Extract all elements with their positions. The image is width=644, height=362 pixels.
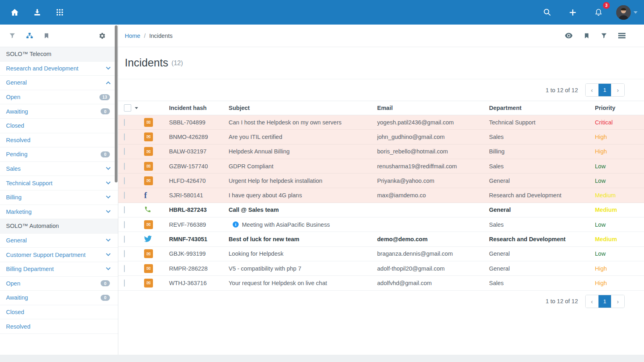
table-row[interactable]: ✉ f SJRI-580141 i I have query about 4G … xyxy=(118,188,644,203)
column-incident-hash[interactable]: Incident hash xyxy=(169,105,229,111)
add-button[interactable] xyxy=(565,4,581,21)
count-badge: 0 xyxy=(101,108,110,114)
sidebar-item[interactable]: Sales xyxy=(0,162,118,176)
subject-cell: i Looking for Helpdesk xyxy=(229,250,377,257)
sidebar-item[interactable]: Resolved xyxy=(0,133,118,148)
incident-hash-cell: BALW-032197 xyxy=(169,148,229,155)
row-checkbox[interactable] xyxy=(124,192,125,199)
sidebar-item[interactable]: Resolved xyxy=(0,319,118,334)
sidebar-item[interactable]: General xyxy=(0,76,118,90)
priority-cell: Low xyxy=(595,221,634,228)
table-row[interactable]: ✉ f RMPR-286228 i V5 - compatibility wit… xyxy=(118,261,644,276)
breadcrumb-current: Incidents xyxy=(149,33,173,39)
page-header: Incidents (12) xyxy=(118,47,644,79)
sidebar-item[interactable]: Awaiting 0 xyxy=(0,291,118,305)
department-cell: General xyxy=(489,250,595,257)
sidebar-item[interactable]: Closed xyxy=(0,119,118,133)
email-cell: adolf-thopil20@gmail.com xyxy=(377,265,489,272)
priority-cell: High xyxy=(595,148,634,155)
sidebar-scrollbar[interactable] xyxy=(115,25,118,182)
menu-icon[interactable] xyxy=(618,33,625,39)
filter-icon[interactable] xyxy=(9,32,16,39)
filter-icon[interactable] xyxy=(601,32,607,39)
pagination-controls: ‹ 1 › xyxy=(585,295,625,308)
breadcrumb-home-link[interactable]: Home xyxy=(125,33,140,39)
sitemap-icon[interactable] xyxy=(26,32,33,39)
select-dropdown-caret-icon[interactable] xyxy=(135,107,138,109)
table-row[interactable]: ✉ f HBRL-827243 i Call @ Sales team Gene… xyxy=(118,203,644,217)
priority-cell: High xyxy=(595,265,634,272)
bookmark-icon[interactable] xyxy=(43,32,50,39)
next-page-button[interactable]: › xyxy=(611,295,624,308)
email-cell: demo@demo.com xyxy=(377,236,489,242)
row-checkbox[interactable] xyxy=(124,206,125,213)
sidebar-item[interactable]: Research and Development xyxy=(0,62,118,76)
table-row[interactable]: ✉ f BNMO-426289 i Are you ITIL certified… xyxy=(118,130,644,144)
sidebar-item[interactable]: Billing xyxy=(0,190,118,205)
prev-page-button[interactable]: ‹ xyxy=(586,84,599,96)
sidebar-nav-list: SOLO™ Telecom Research and Development G… xyxy=(0,47,118,334)
row-checkbox[interactable] xyxy=(124,177,125,184)
table-row[interactable]: ✉ f SBBL-704899 i Can I host the Helpdes… xyxy=(118,115,644,130)
select-all-checkbox[interactable] xyxy=(124,104,131,112)
eye-icon[interactable] xyxy=(565,33,573,39)
sidebar-item[interactable]: Awaiting 0 xyxy=(0,104,118,119)
subject-cell: i I have query about 4G plans xyxy=(229,192,377,199)
email-cell: braganza.dennis@gmail.com xyxy=(377,250,489,257)
next-page-button[interactable]: › xyxy=(611,84,624,96)
gear-icon[interactable] xyxy=(99,32,106,39)
column-subject[interactable]: Subject xyxy=(229,105,377,111)
row-checkbox[interactable] xyxy=(124,119,125,126)
notifications-button[interactable]: 3 xyxy=(590,4,607,21)
channel-cell: ✉ f xyxy=(144,206,169,214)
sidebar-item[interactable]: Closed xyxy=(0,305,118,320)
table-row[interactable]: ✉ f WTHJ-363716 i Your request for Helpd… xyxy=(118,276,644,290)
user-avatar xyxy=(616,5,631,20)
apps-button[interactable] xyxy=(52,4,68,21)
user-menu[interactable] xyxy=(616,5,638,20)
prev-page-button[interactable]: ‹ xyxy=(586,295,599,308)
sidebar-item[interactable]: Open 13 xyxy=(0,90,118,105)
sidebar-item[interactable]: Marketing xyxy=(0,205,118,219)
bookmark-icon[interactable] xyxy=(584,32,590,39)
sidebar-item[interactable]: General xyxy=(0,234,118,248)
email-channel-icon: ✉ xyxy=(144,176,153,185)
download-icon xyxy=(33,8,41,17)
download-button[interactable] xyxy=(29,4,45,21)
row-checkbox[interactable] xyxy=(124,133,125,141)
sidebar-item[interactable]: Pending 0 xyxy=(0,147,118,162)
sidebar-item[interactable]: Billing Department xyxy=(0,262,118,277)
column-priority[interactable]: Priority xyxy=(595,105,634,111)
table-row[interactable]: ✉ f GBJK-993199 i Looking for Helpdesk b… xyxy=(118,247,644,261)
count-badge: 0 xyxy=(101,151,110,157)
sidebar-item[interactable]: Customer Support Department xyxy=(0,248,118,262)
table-row[interactable]: ✉ f BALW-032197 i Helpdesk Annual Billin… xyxy=(118,145,644,159)
row-checkbox[interactable] xyxy=(124,265,125,272)
channel-cell: ✉ f xyxy=(144,132,169,141)
row-checkbox[interactable] xyxy=(124,221,125,228)
row-checkbox[interactable] xyxy=(124,279,125,287)
table-row[interactable]: ✉ f GZBW-157740 i GDPR Compliant renusha… xyxy=(118,159,644,174)
search-button[interactable] xyxy=(539,4,555,21)
row-checkbox[interactable] xyxy=(124,250,125,257)
notification-count-badge: 3 xyxy=(603,2,610,9)
column-email[interactable]: Email xyxy=(377,105,489,111)
table-row[interactable]: ✉ f REVF-766389 i Meeting with AsiaPacif… xyxy=(118,217,644,232)
home-button[interactable] xyxy=(6,4,23,21)
department-cell: Research and Development xyxy=(489,236,595,242)
table-row[interactable]: ✉ f RMNF-743051 i Best of luck for new t… xyxy=(118,232,644,246)
sidebar-item[interactable]: Open 0 xyxy=(0,277,118,291)
chevron-icon xyxy=(106,82,110,86)
page-1-button[interactable]: 1 xyxy=(599,84,611,96)
row-checkbox[interactable] xyxy=(124,236,125,243)
pagination-bottom: 1 to 12 of 12 ‹ 1 › xyxy=(118,291,644,312)
sidebar-item-label: Resolved xyxy=(6,323,30,330)
sidebar-item[interactable]: Technical Support xyxy=(0,176,118,190)
row-checkbox[interactable] xyxy=(124,148,125,155)
incident-hash-cell: HLFD-426470 xyxy=(169,178,229,184)
page-1-button[interactable]: 1 xyxy=(599,295,611,308)
priority-cell: High xyxy=(595,280,634,286)
column-department[interactable]: Department xyxy=(489,105,595,111)
row-checkbox[interactable] xyxy=(124,163,125,170)
table-row[interactable]: ✉ f HLFD-426470 i Urgent Help for helpde… xyxy=(118,174,644,188)
